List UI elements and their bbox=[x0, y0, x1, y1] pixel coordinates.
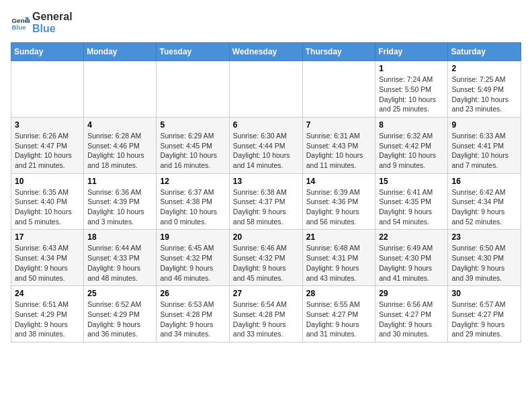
calendar-cell: 5Sunrise: 6:29 AM Sunset: 4:45 PM Daylig… bbox=[157, 117, 229, 173]
day-info: Sunrise: 6:29 AM Sunset: 4:45 PM Dayligh… bbox=[160, 131, 225, 171]
day-number: 2 bbox=[451, 64, 517, 73]
calendar-cell: 16Sunrise: 6:42 AM Sunset: 4:34 PM Dayli… bbox=[448, 173, 521, 230]
day-number: 21 bbox=[306, 232, 372, 242]
day-number: 25 bbox=[87, 289, 152, 298]
day-number: 24 bbox=[15, 289, 80, 298]
calendar-cell: 8Sunrise: 6:32 AM Sunset: 4:42 PM Daylig… bbox=[375, 117, 448, 173]
calendar-cell: 19Sunrise: 6:45 AM Sunset: 4:32 PM Dayli… bbox=[157, 230, 229, 286]
day-number: 20 bbox=[233, 232, 299, 242]
calendar-cell: 22Sunrise: 6:49 AM Sunset: 4:30 PM Dayli… bbox=[375, 230, 448, 286]
day-number: 12 bbox=[160, 177, 225, 186]
day-number: 28 bbox=[306, 289, 372, 298]
header-tuesday: Tuesday bbox=[157, 43, 229, 61]
calendar-cell bbox=[302, 61, 375, 118]
calendar-cell: 7Sunrise: 6:31 AM Sunset: 4:43 PM Daylig… bbox=[302, 117, 375, 173]
svg-text:Blue: Blue bbox=[11, 23, 26, 30]
day-number: 26 bbox=[160, 289, 225, 298]
calendar-cell: 14Sunrise: 6:39 AM Sunset: 4:36 PM Dayli… bbox=[302, 173, 375, 230]
calendar-cell bbox=[157, 61, 229, 118]
day-info: Sunrise: 6:53 AM Sunset: 4:28 PM Dayligh… bbox=[160, 300, 225, 339]
day-number: 3 bbox=[15, 120, 80, 130]
week-row-1: 3Sunrise: 6:26 AM Sunset: 4:47 PM Daylig… bbox=[11, 117, 521, 173]
calendar-cell: 17Sunrise: 6:43 AM Sunset: 4:34 PM Dayli… bbox=[11, 230, 84, 286]
calendar-cell: 26Sunrise: 6:53 AM Sunset: 4:28 PM Dayli… bbox=[157, 286, 229, 342]
week-row-3: 17Sunrise: 6:43 AM Sunset: 4:34 PM Dayli… bbox=[11, 230, 521, 286]
day-number: 14 bbox=[306, 177, 372, 186]
calendar-cell: 4Sunrise: 6:28 AM Sunset: 4:46 PM Daylig… bbox=[84, 117, 157, 173]
day-number: 29 bbox=[379, 289, 444, 298]
day-number: 11 bbox=[87, 177, 152, 186]
calendar-cell: 12Sunrise: 6:37 AM Sunset: 4:38 PM Dayli… bbox=[157, 173, 229, 230]
day-info: Sunrise: 6:48 AM Sunset: 4:31 PM Dayligh… bbox=[306, 243, 372, 283]
day-info: Sunrise: 6:57 AM Sunset: 4:27 PM Dayligh… bbox=[451, 300, 517, 339]
calendar-cell: 29Sunrise: 6:56 AM Sunset: 4:27 PM Dayli… bbox=[375, 286, 448, 342]
week-row-2: 10Sunrise: 6:35 AM Sunset: 4:40 PM Dayli… bbox=[11, 173, 521, 230]
day-info: Sunrise: 6:30 AM Sunset: 4:44 PM Dayligh… bbox=[233, 131, 299, 171]
day-number: 7 bbox=[306, 120, 372, 130]
day-number: 10 bbox=[15, 177, 80, 186]
calendar-cell: 15Sunrise: 6:41 AM Sunset: 4:35 PM Dayli… bbox=[375, 173, 448, 230]
calendar-cell: 2Sunrise: 7:25 AM Sunset: 5:49 PM Daylig… bbox=[448, 61, 521, 118]
day-number: 16 bbox=[451, 177, 517, 186]
day-number: 8 bbox=[379, 120, 444, 130]
day-number: 22 bbox=[379, 232, 444, 242]
logo-blue: Blue bbox=[32, 23, 73, 35]
header-friday: Friday bbox=[375, 43, 448, 61]
day-info: Sunrise: 6:52 AM Sunset: 4:29 PM Dayligh… bbox=[87, 300, 152, 339]
day-info: Sunrise: 6:31 AM Sunset: 4:43 PM Dayligh… bbox=[306, 131, 372, 171]
page-header: General Blue General Blue bbox=[11, 11, 521, 34]
header-monday: Monday bbox=[84, 43, 157, 61]
logo: General Blue General Blue bbox=[11, 11, 73, 34]
day-info: Sunrise: 6:49 AM Sunset: 4:30 PM Dayligh… bbox=[379, 243, 444, 283]
day-number: 23 bbox=[451, 232, 517, 242]
day-info: Sunrise: 6:46 AM Sunset: 4:32 PM Dayligh… bbox=[233, 243, 299, 283]
day-info: Sunrise: 7:24 AM Sunset: 5:50 PM Dayligh… bbox=[379, 75, 444, 114]
calendar-cell bbox=[11, 61, 84, 118]
day-info: Sunrise: 6:35 AM Sunset: 4:40 PM Dayligh… bbox=[15, 187, 80, 227]
day-info: Sunrise: 6:32 AM Sunset: 4:42 PM Dayligh… bbox=[379, 131, 444, 171]
calendar-cell: 27Sunrise: 6:54 AM Sunset: 4:28 PM Dayli… bbox=[229, 286, 302, 342]
calendar-cell: 11Sunrise: 6:36 AM Sunset: 4:39 PM Dayli… bbox=[84, 173, 157, 230]
logo-general: General bbox=[32, 11, 73, 23]
day-info: Sunrise: 6:45 AM Sunset: 4:32 PM Dayligh… bbox=[160, 243, 225, 283]
day-number: 5 bbox=[160, 120, 225, 130]
day-info: Sunrise: 6:28 AM Sunset: 4:46 PM Dayligh… bbox=[87, 131, 152, 171]
calendar-cell: 1Sunrise: 7:24 AM Sunset: 5:50 PM Daylig… bbox=[375, 61, 448, 118]
day-info: Sunrise: 6:44 AM Sunset: 4:33 PM Dayligh… bbox=[87, 243, 152, 283]
calendar-cell: 28Sunrise: 6:55 AM Sunset: 4:27 PM Dayli… bbox=[302, 286, 375, 342]
day-info: Sunrise: 6:51 AM Sunset: 4:29 PM Dayligh… bbox=[15, 300, 80, 339]
day-info: Sunrise: 6:50 AM Sunset: 4:30 PM Dayligh… bbox=[451, 243, 517, 283]
calendar-cell: 21Sunrise: 6:48 AM Sunset: 4:31 PM Dayli… bbox=[302, 230, 375, 286]
calendar-cell: 13Sunrise: 6:38 AM Sunset: 4:37 PM Dayli… bbox=[229, 173, 302, 230]
header-wednesday: Wednesday bbox=[229, 43, 302, 61]
calendar-cell bbox=[229, 61, 302, 118]
calendar-cell: 25Sunrise: 6:52 AM Sunset: 4:29 PM Dayli… bbox=[84, 286, 157, 342]
day-number: 30 bbox=[451, 289, 517, 298]
calendar-table: SundayMondayTuesdayWednesdayThursdayFrid… bbox=[11, 42, 521, 342]
day-number: 27 bbox=[233, 289, 299, 298]
day-number: 17 bbox=[15, 232, 80, 242]
calendar-cell: 3Sunrise: 6:26 AM Sunset: 4:47 PM Daylig… bbox=[11, 117, 84, 173]
day-number: 19 bbox=[160, 232, 225, 242]
calendar-cell: 20Sunrise: 6:46 AM Sunset: 4:32 PM Dayli… bbox=[229, 230, 302, 286]
day-number: 15 bbox=[379, 177, 444, 186]
day-info: Sunrise: 6:26 AM Sunset: 4:47 PM Dayligh… bbox=[15, 131, 80, 171]
calendar-cell: 30Sunrise: 6:57 AM Sunset: 4:27 PM Dayli… bbox=[448, 286, 521, 342]
day-number: 18 bbox=[87, 232, 152, 242]
header-thursday: Thursday bbox=[302, 43, 375, 61]
day-info: Sunrise: 6:36 AM Sunset: 4:39 PM Dayligh… bbox=[87, 187, 152, 227]
day-info: Sunrise: 6:56 AM Sunset: 4:27 PM Dayligh… bbox=[379, 300, 444, 339]
calendar-cell: 6Sunrise: 6:30 AM Sunset: 4:44 PM Daylig… bbox=[229, 117, 302, 173]
day-info: Sunrise: 6:41 AM Sunset: 4:35 PM Dayligh… bbox=[379, 187, 444, 227]
calendar-cell: 23Sunrise: 6:50 AM Sunset: 4:30 PM Dayli… bbox=[448, 230, 521, 286]
day-info: Sunrise: 6:55 AM Sunset: 4:27 PM Dayligh… bbox=[306, 300, 372, 339]
day-number: 13 bbox=[233, 177, 299, 186]
calendar-cell: 10Sunrise: 6:35 AM Sunset: 4:40 PM Dayli… bbox=[11, 173, 84, 230]
day-number: 1 bbox=[379, 64, 444, 73]
calendar-cell: 18Sunrise: 6:44 AM Sunset: 4:33 PM Dayli… bbox=[84, 230, 157, 286]
day-info: Sunrise: 6:43 AM Sunset: 4:34 PM Dayligh… bbox=[15, 243, 80, 283]
day-info: Sunrise: 7:25 AM Sunset: 5:49 PM Dayligh… bbox=[451, 75, 517, 114]
day-info: Sunrise: 6:42 AM Sunset: 4:34 PM Dayligh… bbox=[451, 187, 517, 227]
day-number: 4 bbox=[87, 120, 152, 130]
day-number: 9 bbox=[451, 120, 517, 130]
